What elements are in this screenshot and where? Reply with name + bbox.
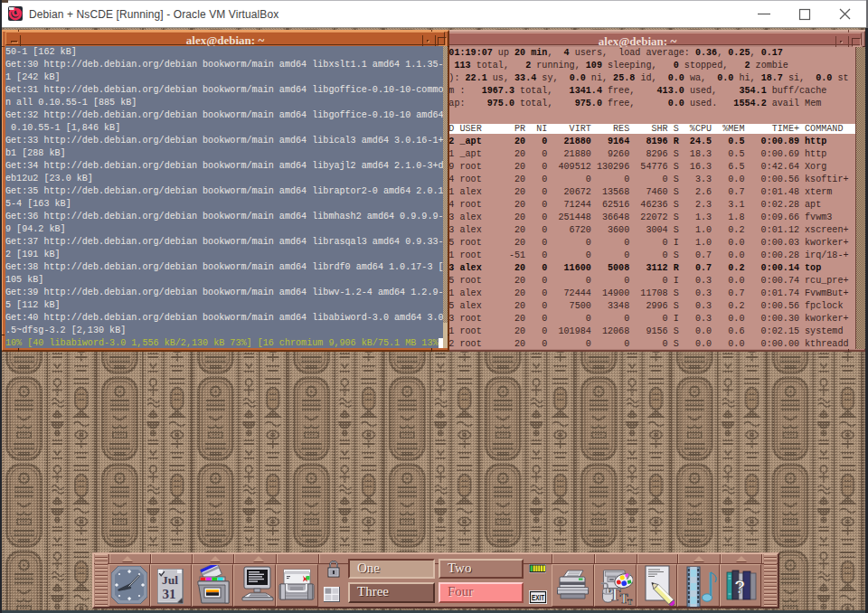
- svg-text:T: T: [627, 599, 633, 605]
- svg-text:?: ?: [734, 577, 745, 597]
- svg-text:EXIT: EXIT: [532, 593, 544, 602]
- svg-text:Jul: Jul: [162, 573, 178, 587]
- svg-text:31: 31: [163, 587, 176, 601]
